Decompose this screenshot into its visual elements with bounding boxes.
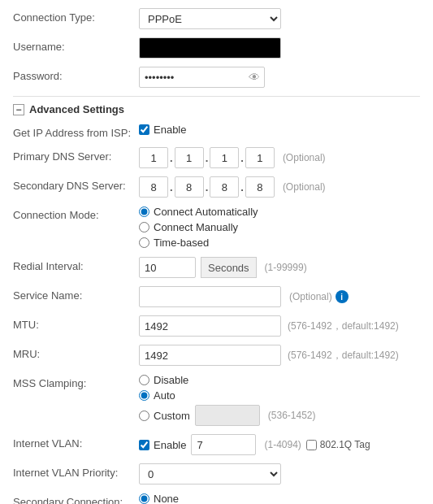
dns-dot-3: .: [240, 152, 244, 164]
secondary-none-text: None: [154, 493, 179, 504]
redial-input[interactable]: [139, 257, 196, 278]
mss-custom-input[interactable]: [195, 405, 260, 426]
seconds-label: Seconds: [201, 257, 257, 278]
service-name-input[interactable]: [139, 286, 281, 307]
service-info-icon[interactable]: i: [336, 290, 349, 303]
connect-auto-radio[interactable]: [139, 206, 149, 217]
primary-dns-octet1[interactable]: [139, 147, 168, 168]
vlan-priority-label: Internet VLAN Priority:: [13, 463, 139, 479]
mtu-control: (576-1492，default:1492): [139, 315, 420, 337]
vlan-id-input[interactable]: [191, 434, 256, 455]
redial-interval-control: Seconds (1-99999): [139, 257, 420, 278]
vlan-priority-row: Internet VLAN Priority: 0 1 2 3 4 5 6 7: [13, 463, 420, 484]
mss-disable-label[interactable]: Disable: [139, 374, 316, 386]
vlan-tag-label: 802.1Q Tag: [306, 439, 370, 450]
connect-auto-label[interactable]: Connect Automatically: [139, 206, 258, 218]
secondary-dns-label: Secondary DNS Server:: [13, 176, 139, 192]
service-name-row: Service Name: (Optional) i: [13, 286, 420, 307]
connection-mode-control: Connect Automatically Connect Manually T…: [139, 206, 420, 249]
vlan-row: Enable (1-4094) 802.1Q Tag: [139, 434, 370, 455]
divider: [13, 96, 420, 97]
service-optional: (Optional): [289, 291, 332, 302]
mss-disable-text: Disable: [154, 374, 188, 386]
primary-dns-octet2[interactable]: [175, 147, 204, 168]
redial-row: Seconds (1-99999): [139, 257, 307, 278]
vlan-enable-label[interactable]: Enable: [139, 439, 186, 451]
username-input[interactable]: [139, 37, 281, 59]
mss-auto-label[interactable]: Auto: [139, 389, 316, 402]
get-ip-checkbox-label[interactable]: Enable: [139, 124, 186, 136]
connect-manually-text: Connect Manually: [154, 221, 238, 233]
username-control: [139, 37, 420, 59]
dns-dot-5: .: [206, 181, 209, 193]
mss-custom-row: Custom (536-1452): [139, 405, 316, 426]
username-row: Username:: [13, 37, 420, 59]
connection-type-label: Connection Type:: [13, 8, 139, 24]
mtu-label: MTU:: [13, 315, 139, 331]
mss-auto-text: Auto: [154, 389, 175, 402]
primary-dns-group: . . .: [139, 147, 275, 168]
mru-input[interactable]: [139, 345, 281, 366]
redial-interval-label: Redial Interval:: [13, 257, 139, 272]
mss-disable-radio[interactable]: [139, 375, 149, 385]
get-ip-checkbox[interactable]: [139, 124, 149, 135]
collapse-icon[interactable]: −: [13, 104, 24, 115]
secondary-dns-octet3[interactable]: [210, 176, 239, 198]
primary-dns-octet3[interactable]: [210, 147, 239, 168]
vlan-id-hint: (1-4094): [264, 439, 301, 450]
mtu-row: MTU: (576-1492，default:1492): [13, 315, 420, 337]
service-name-label: Service Name:: [13, 286, 139, 302]
mss-auto-radio[interactable]: [139, 390, 149, 401]
secondary-dns-group: . . .: [139, 176, 275, 198]
connection-mode-label: Connection Mode:: [13, 206, 139, 221]
eye-icon[interactable]: 👁: [249, 71, 260, 84]
primary-dns-optional: (Optional): [283, 152, 326, 163]
vlan-enable-text: Enable: [154, 439, 186, 451]
dns-dot-4: .: [170, 181, 173, 193]
mss-custom-radio[interactable]: [139, 411, 149, 421]
mru-control: (576-1492，default:1492): [139, 345, 420, 366]
connection-type-select[interactable]: PPPoE Dynamic IP Static IP L2TP PPTP: [139, 8, 281, 29]
get-ip-row: Get IP Address from ISP: Enable: [13, 124, 420, 139]
password-input[interactable]: [139, 67, 265, 88]
vlan-priority-select[interactable]: 0 1 2 3 4 5 6 7: [139, 463, 281, 484]
secondary-connection-control: None Static IP Dynamic IP: [139, 493, 420, 504]
advanced-settings-label: Advanced Settings: [29, 103, 124, 115]
connect-timebased-label[interactable]: Time-based: [139, 237, 258, 249]
connect-manually-label[interactable]: Connect Manually: [139, 221, 258, 233]
secondary-dns-optional: (Optional): [283, 181, 326, 193]
mss-custom-hint: (536-1452): [268, 410, 316, 421]
redial-hint: (1-99999): [265, 262, 307, 273]
vlan-tag-checkbox[interactable]: [306, 440, 317, 450]
dns-dot-1: .: [170, 152, 173, 164]
get-ip-checkbox-text: Enable: [154, 124, 186, 136]
mru-hint: (576-1492，default:1492): [288, 349, 399, 363]
connect-manually-radio[interactable]: [139, 222, 149, 232]
secondary-dns-octet1[interactable]: [139, 176, 168, 198]
mtu-input[interactable]: [139, 315, 281, 337]
advanced-settings-header: − Advanced Settings: [13, 103, 420, 115]
primary-dns-octet4[interactable]: [245, 147, 275, 168]
password-label: Password:: [13, 67, 139, 82]
redial-interval-row: Redial Interval: Seconds (1-99999): [13, 257, 420, 278]
vlan-priority-control: 0 1 2 3 4 5 6 7: [139, 463, 420, 484]
internet-vlan-control: Enable (1-4094) 802.1Q Tag: [139, 434, 420, 455]
vlan-tag-text: 802.1Q Tag: [320, 439, 370, 450]
vlan-enable-checkbox[interactable]: [139, 440, 149, 450]
password-row: Password: 👁: [13, 67, 420, 88]
mss-custom-text: Custom: [154, 410, 190, 422]
internet-vlan-label: Internet VLAN:: [13, 434, 139, 450]
get-ip-label: Get IP Address from ISP:: [13, 124, 139, 139]
secondary-none-radio[interactable]: [139, 493, 149, 504]
mss-clamping-label: MSS Clamping:: [13, 374, 139, 389]
mss-clamping-control: Disable Auto Custom (536-1452): [139, 374, 420, 426]
secondary-dns-octet2[interactable]: [175, 176, 204, 198]
primary-dns-control: . . . (Optional): [139, 147, 420, 168]
connect-timebased-radio[interactable]: [139, 237, 149, 248]
connect-auto-text: Connect Automatically: [154, 206, 258, 218]
secondary-connection-label: Secondary Connection:: [13, 493, 139, 504]
mss-custom-label[interactable]: Custom: [139, 410, 190, 422]
secondary-none-label[interactable]: None: [139, 493, 207, 504]
service-name-control: (Optional) i: [139, 286, 420, 307]
secondary-dns-octet4[interactable]: [245, 176, 275, 198]
